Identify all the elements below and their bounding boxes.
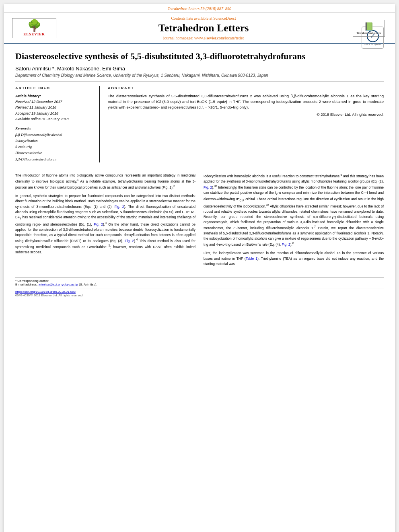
body-para-right-1: Iodocyclization with homoallylic alcohol… [204, 173, 384, 247]
page: Tetrahedron Letters 59 (2018) 887–890 🌳 … [4, 4, 395, 532]
fig2-link-4[interactable]: Fig. 2 [204, 185, 212, 189]
abstract-heading: Abstract [108, 86, 384, 90]
body-section: The introduction of fluorine atoms into … [4, 169, 395, 274]
doi-section: https://doi.org/10.1016/j.tetlet.2018.01… [15, 290, 384, 294]
elsevier-logo: 🌳 ELSEVIER [12, 18, 56, 38]
abstract-text: The diastereoselective synthesis of 5,5-… [108, 93, 384, 118]
table1-link[interactable]: Table 1 [246, 257, 257, 261]
available-date: Available online 31 January 2018 [15, 116, 94, 122]
keyword-5: 3,3-Difluorotetrahydrofuran [15, 156, 94, 162]
email-note: E-mail address: arimitsu@sci.u-ryukyu.ac… [15, 283, 384, 286]
sciencedirect-prefix: Contents lists available at [171, 16, 212, 21]
homepage-prefix: journal homepage: [163, 36, 193, 40]
sciencedirect-info: Contents lists available at ScienceDirec… [64, 16, 343, 21]
body-right-col: Iodocyclization with homoallylic alcohol… [204, 173, 384, 270]
keywords-section: Keywords: β,β-Difluorohomoallylic alcoho… [15, 126, 94, 162]
journal-title: Tetrahedron Letters [64, 22, 343, 34]
doi-link[interactable]: https://doi.org/10.1016/j.tetlet.2018.01… [15, 290, 76, 294]
elsevier-tree-icon: 🌳 [27, 20, 41, 31]
fig2-link-1[interactable]: Fig. 2 [115, 205, 124, 209]
journal-topbar: Tetrahedron Letters 59 (2018) 887–890 [4, 4, 395, 13]
article-info-col: Article Info Article history: Received 1… [15, 86, 100, 162]
article-history: Article history: Received 12 December 20… [15, 93, 94, 122]
body-left-col: The introduction of fluorine atoms into … [15, 173, 195, 270]
corresponding-note: * Corresponding author. [15, 279, 384, 283]
affiliation: Department of Chemistry Biology and Mari… [15, 73, 384, 78]
keyword-4: Diastereoselective [15, 150, 94, 156]
keyword-3: 5-endo-trig [15, 144, 94, 150]
fig2-link-2[interactable]: Fig. 2 [94, 222, 103, 226]
keywords-heading: Keywords: [15, 126, 94, 130]
authors: Satoru Arimitsu *, Makoto Nakasone, Emi … [15, 66, 384, 72]
check-for-updates-label: Check for updates [364, 43, 382, 45]
received-date: Received 12 December 2017 [15, 99, 94, 105]
keyword-1: β,β-Difluorohomoallylic alcohol [15, 132, 94, 138]
footnote-section: * Corresponding author. E-mail address: … [15, 277, 384, 297]
body-para-left-2: In general, synthetic strategies to prep… [15, 193, 195, 255]
elsevier-label: ELSEVIER [23, 32, 45, 36]
accepted-date: Accepted 19 January 2018 [15, 111, 94, 116]
abstract-body: The diastereoselective synthesis of 5,5-… [108, 94, 384, 110]
copyright-line: 0040-4039/© 2018 Elsevier Ltd. All right… [15, 294, 384, 297]
authors-text: Satoru Arimitsu *, Makoto Nakasone, Emi … [15, 66, 125, 72]
article-info-heading: Article Info [15, 86, 94, 90]
tet-icon: 📗 [356, 22, 382, 31]
sciencedirect-link-text[interactable]: ScienceDirect [213, 16, 236, 21]
journal-header: 🌳 ELSEVIER Contents lists available at S… [4, 13, 395, 44]
fig2-link-5[interactable]: Fig. 2 [282, 242, 290, 246]
header-center: Contents lists available at ScienceDirec… [56, 16, 351, 40]
homepage-link[interactable]: www.elsevier.com/locate/tetlet [194, 36, 244, 40]
journal-homepage: journal homepage: www.elsevier.com/locat… [64, 36, 343, 40]
body-para-left-1: The introduction of fluorine atoms into … [15, 173, 195, 190]
email-note-text: (S. Arimitsu). [79, 283, 97, 286]
email-label: E-mail address: [15, 283, 38, 286]
article-info-abstract-section: Article Info Article history: Received 1… [15, 82, 384, 162]
history-heading: Article history: [15, 93, 94, 99]
abstract-copyright: © 2018 Elsevier Ltd. All rights reserved… [108, 112, 384, 117]
keyword-2: Iodocyclization [15, 138, 94, 144]
body-para-right-2: First, the iodocyclization was screened … [204, 251, 384, 267]
journal-topbar-text: Tetrahedron Letters 59 (2018) 887–890 [168, 6, 231, 11]
article-content: ✓ Check for updates Diastereoselective s… [4, 44, 395, 169]
tet-letters-logo: 📗 Tetrahedron Letters [351, 20, 387, 37]
tet-letters-label: Tetrahedron Letters [356, 31, 382, 35]
fig2-link-3[interactable]: Fig. 2 [125, 239, 134, 243]
revised-date: Revised 11 January 2018 [15, 105, 94, 110]
email-link[interactable]: arimitsu@sci.u-ryukyu.ac.jp [39, 283, 78, 286]
article-title: Diastereoselective synthesis of 5,5-disu… [15, 51, 384, 62]
corresponding-label: * Corresponding author. [15, 279, 49, 283]
abstract-col: Abstract The diastereoselective synthesi… [108, 86, 384, 162]
